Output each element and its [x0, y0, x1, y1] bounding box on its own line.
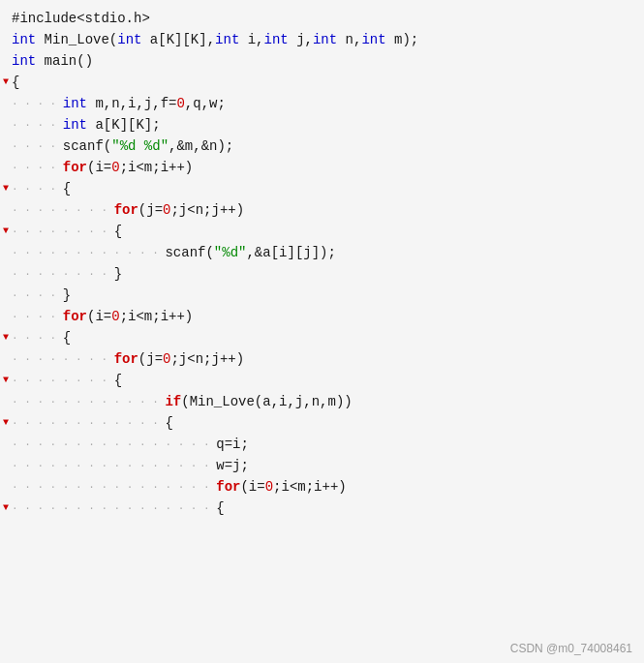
indent-dots: · · · · · · · · · · · · — [12, 412, 165, 434]
code-line: · · · · } — [0, 285, 644, 306]
code-text: int a[K][K]; — [63, 114, 640, 136]
code-text: for(j=0;j<n;j++) — [114, 348, 640, 370]
indent-dots: · · · · · · · · — [12, 221, 114, 242]
code-text: int main() — [12, 50, 640, 72]
code-line: · · · · scanf("%d %d",&m,&n); — [0, 136, 644, 157]
watermark: CSDN @m0_74008461 — [510, 642, 632, 655]
indent-dots: · · · · — [12, 178, 63, 199]
code-line: · · · · for(i=0;i<m;i++) — [0, 157, 644, 178]
line-gutter: ▼ — [0, 72, 12, 93]
indent-dots: · · · · · · · · — [12, 370, 114, 391]
indent-dots: · · · · · · · · · · · · · · · · — [12, 476, 216, 497]
code-line: int Min_Love(int a[K][K],int i,int j,int… — [0, 29, 644, 50]
code-text: scanf("%d %d",&m,&n); — [63, 136, 640, 157]
indent-dots: · · · · — [12, 327, 63, 348]
indent-dots: · · · · — [12, 157, 63, 178]
indent-dots: · · · · — [12, 136, 63, 157]
indent-dots: · · · · · · · · — [12, 263, 114, 285]
code-text: int Min_Love(int a[K][K],int i,int j,int… — [12, 29, 640, 50]
indent-dots: · · · · · · · · · · · · — [12, 242, 165, 263]
code-text: { — [63, 327, 640, 348]
code-line: · · · · int a[K][K]; — [0, 114, 644, 136]
line-gutter: ▼ — [0, 412, 12, 434]
code-text: { — [12, 72, 640, 93]
code-text: #include<stdio.h> — [12, 8, 640, 29]
line-gutter: ▼ — [0, 497, 12, 519]
code-line: int main() — [0, 50, 644, 72]
code-line: ▼· · · · · · · · · · · · · · · · { — [0, 497, 644, 519]
code-text: for(j=0;j<n;j++) — [114, 199, 640, 221]
code-text: } — [63, 285, 640, 306]
code-line: · · · · · · · · · · · · · · · · q=i; — [0, 434, 644, 455]
code-text: { — [216, 497, 640, 519]
code-line: #include<stdio.h> — [0, 8, 644, 29]
line-gutter: ▼ — [0, 221, 12, 242]
code-line: ▼· · · · · · · · { — [0, 221, 644, 242]
code-text: { — [114, 221, 640, 242]
line-gutter: ▼ — [0, 327, 12, 348]
code-line: · · · · · · · · · · · · · · · · w=j; — [0, 455, 644, 476]
code-line: · · · · · · · · · · · · scanf("%d",&a[i]… — [0, 242, 644, 263]
indent-dots: · · · · · · · · · · · · · · · · — [12, 434, 216, 455]
indent-dots: · · · · — [12, 114, 63, 136]
code-text: for(i=0;i<m;i++) — [63, 306, 640, 327]
code-text: if(Min_Love(a,i,j,n,m)) — [165, 391, 640, 412]
code-text: for(i=0;i<m;i++) — [63, 157, 640, 178]
code-text: for(i=0;i<m;i++) — [216, 476, 640, 497]
indent-dots: · · · · — [12, 285, 63, 306]
indent-dots: · · · · · · · · · · · · · · · · — [12, 497, 216, 519]
code-text: { — [165, 412, 640, 434]
code-text: q=i; — [216, 434, 640, 455]
code-text: { — [63, 178, 640, 199]
code-line: ▼{ — [0, 72, 644, 93]
code-line: · · · · · · · · · · · · if(Min_Love(a,i,… — [0, 391, 644, 412]
code-line: ▼· · · · { — [0, 327, 644, 348]
code-line: ▼· · · · { — [0, 178, 644, 199]
code-line: ▼· · · · · · · · { — [0, 370, 644, 391]
code-line: · · · · · · · · for(j=0;j<n;j++) — [0, 348, 644, 370]
indent-dots: · · · · · · · · — [12, 348, 114, 370]
code-editor: #include<stdio.h>int Min_Love(int a[K][K… — [0, 0, 644, 663]
code-text: w=j; — [216, 455, 640, 476]
line-gutter: ▼ — [0, 370, 12, 391]
line-gutter: ▼ — [0, 178, 12, 199]
code-line: · · · · · · · · · · · · · · · · for(i=0;… — [0, 476, 644, 497]
indent-dots: · · · · · · · · — [12, 199, 114, 221]
code-text: } — [114, 263, 640, 285]
code-text: scanf("%d",&a[i][j]); — [165, 242, 640, 263]
code-line: · · · · int m,n,i,j,f=0,q,w; — [0, 93, 644, 114]
code-text: { — [114, 370, 640, 391]
code-text: int m,n,i,j,f=0,q,w; — [63, 93, 640, 114]
indent-dots: · · · · · · · · · · · · · · · · — [12, 455, 216, 476]
indent-dots: · · · · · · · · · · · · — [12, 391, 165, 412]
code-line: · · · · for(i=0;i<m;i++) — [0, 306, 644, 327]
indent-dots: · · · · — [12, 93, 63, 114]
indent-dots: · · · · — [12, 306, 63, 327]
code-line: · · · · · · · · } — [0, 263, 644, 285]
code-line: · · · · · · · · for(j=0;j<n;j++) — [0, 199, 644, 221]
code-line: ▼· · · · · · · · · · · · { — [0, 412, 644, 434]
